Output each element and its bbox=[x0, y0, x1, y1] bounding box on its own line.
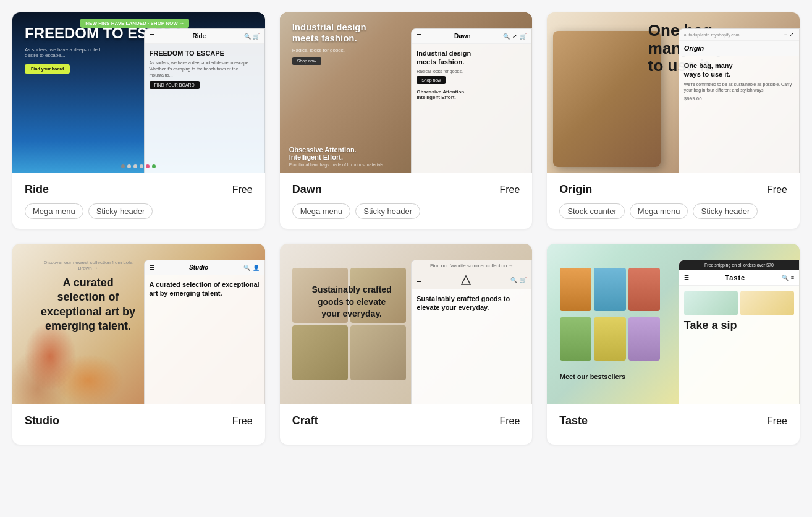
ride-title: Ride bbox=[25, 183, 49, 196]
card-studio-image[interactable]: Discover our newest collection from Lola… bbox=[12, 244, 265, 404]
card-craft-footer: Craft Free bbox=[280, 404, 533, 445]
ride-device-btn: FIND YOUR BOARD bbox=[150, 81, 200, 89]
card-craft-image[interactable]: Sustainably crafted goods to elevate you… bbox=[280, 244, 533, 404]
ride-device-headline: FREEDOM TO ESCAPE bbox=[150, 49, 260, 58]
craft-logo-icon bbox=[461, 275, 471, 285]
taste-product-2 bbox=[594, 268, 625, 311]
taste-product-4 bbox=[560, 317, 591, 361]
svg-marker-0 bbox=[462, 276, 470, 284]
taste-device-content: Take a sip bbox=[679, 286, 799, 337]
craft-product-4 bbox=[350, 325, 406, 380]
origin-tag-stockcounter[interactable]: Stock counter bbox=[559, 203, 625, 219]
taste-menu-icon: ≡ bbox=[791, 275, 794, 281]
card-dawn-image[interactable]: Industrial designmeets fashion. Radical … bbox=[280, 12, 533, 173]
dawn-text-left: Industrial designmeets fashion. Radical … bbox=[292, 22, 406, 65]
taste-device-takeasip: Take a sip bbox=[684, 319, 794, 332]
studio-hamburger-icon: ☰ bbox=[150, 265, 154, 271]
dot-5 bbox=[146, 164, 150, 168]
hamburger-icon: ☰ bbox=[150, 33, 154, 40]
studio-discover-text: Discover our newest collection from Lola… bbox=[38, 260, 138, 271]
dawn-title: Dawn bbox=[292, 183, 322, 196]
taste-device-icons: 🔍 ≡ bbox=[782, 275, 794, 281]
origin-device-nav: Origin bbox=[679, 41, 799, 56]
origin-device-bar-icons: − ⤢ bbox=[784, 32, 794, 38]
origin-device-overlay: autoduplicate.myshopify.com − ⤢ Origin O… bbox=[679, 28, 800, 173]
dawn-tag-stickyheader[interactable]: Sticky header bbox=[355, 203, 420, 219]
taste-product-1 bbox=[560, 268, 591, 311]
ride-title-row: Ride Free bbox=[25, 183, 253, 196]
studio-device-overlay: ☰ Studio 🔍 👤 A curated selection of exce… bbox=[144, 260, 265, 404]
ride-badge: NEW FINS HAVE LANDED · SHOP NOW → bbox=[80, 19, 189, 28]
studio-headline: A curated selection of exceptional art b… bbox=[38, 276, 138, 334]
card-studio[interactable]: Discover our newest collection from Lola… bbox=[12, 244, 265, 445]
taste-device-product-1 bbox=[684, 291, 738, 315]
craft-device-promo-bar: Find our favorite summer collection → bbox=[412, 260, 531, 271]
studio-search-icon: 🔍 bbox=[243, 265, 250, 271]
craft-main-text: Sustainably crafted goods to elevate you… bbox=[310, 284, 394, 320]
taste-price: Free bbox=[767, 416, 787, 427]
theme-grid: FREEDOM TO ESCAPE As surfers, we have a … bbox=[12, 12, 800, 445]
taste-products bbox=[560, 268, 674, 364]
ride-tag-stickyheader[interactable]: Sticky header bbox=[88, 203, 153, 219]
dawn-cart-icon: 🛒 bbox=[520, 33, 527, 40]
ride-price: Free bbox=[232, 184, 253, 195]
taste-hamburger-icon: ☰ bbox=[684, 275, 689, 281]
taste-title-row: Taste Free bbox=[559, 414, 787, 427]
ride-device-nav: ☰ Ride 🔍 🛒 bbox=[145, 29, 264, 44]
origin-expand-icon: ⤢ bbox=[789, 32, 794, 38]
studio-price: Free bbox=[232, 416, 253, 427]
dawn-headline: Industrial designmeets fashion. bbox=[292, 22, 406, 44]
card-taste[interactable]: Meet our bestsellers Free shipping on al… bbox=[547, 244, 800, 445]
origin-device-top-bar: autoduplicate.myshopify.com − ⤢ bbox=[679, 29, 799, 41]
ride-cta: Find your board bbox=[25, 64, 70, 74]
taste-title: Taste bbox=[559, 414, 588, 427]
studio-title-row: Studio Free bbox=[25, 414, 253, 427]
studio-device-nav: ☰ Studio 🔍 👤 bbox=[145, 260, 264, 275]
origin-device-desc: We're committed to be as sustainable as … bbox=[684, 82, 794, 94]
taste-device-products bbox=[684, 291, 794, 315]
dawn-hamburger-icon: ☰ bbox=[417, 33, 421, 40]
ride-tags: Mega menu Sticky header bbox=[25, 203, 253, 219]
dot-3 bbox=[133, 164, 137, 168]
ride-device-content: FREEDOM TO ESCAPE As surfers, we have a … bbox=[145, 44, 264, 94]
taste-product-5 bbox=[594, 317, 625, 361]
dawn-obsessive: Obsessive Attention.Intelligent Effort. … bbox=[289, 146, 406, 167]
origin-tag-megamenu[interactable]: Mega menu bbox=[630, 203, 688, 219]
craft-headline: Sustainably crafted goods to elevate you… bbox=[310, 284, 394, 320]
origin-tag-stickyheader[interactable]: Sticky header bbox=[693, 203, 758, 219]
card-taste-image[interactable]: Meet our bestsellers Free shipping on al… bbox=[547, 244, 800, 404]
origin-bag-shape bbox=[553, 31, 661, 167]
craft-hamburger-icon: ☰ bbox=[417, 277, 421, 283]
dawn-device-headline: Industrial designmeets fashion. bbox=[417, 49, 527, 67]
craft-price: Free bbox=[499, 416, 520, 427]
dawn-search-icon: 🔍 bbox=[503, 33, 510, 40]
card-craft[interactable]: Sustainably crafted goods to elevate you… bbox=[280, 244, 533, 445]
card-origin-image[interactable]: One bag,many waysto use it. autoduplicat… bbox=[547, 12, 800, 173]
card-origin-footer: Origin Free Stock counter Mega menu Stic… bbox=[547, 173, 800, 229]
taste-device-nav: ☰ Taste 🔍 ≡ bbox=[679, 270, 799, 286]
dawn-tags: Mega menu Sticky header bbox=[292, 203, 520, 219]
dot-4 bbox=[140, 164, 143, 168]
craft-logo-area bbox=[461, 275, 471, 285]
dawn-tag-megamenu[interactable]: Mega menu bbox=[292, 203, 351, 219]
ride-tag-megamenu[interactable]: Mega menu bbox=[25, 203, 83, 219]
card-origin[interactable]: One bag,many waysto use it. autoduplicat… bbox=[547, 12, 800, 229]
dot-1 bbox=[121, 164, 125, 168]
card-ride[interactable]: FREEDOM TO ESCAPE As surfers, we have a … bbox=[12, 12, 265, 229]
craft-search-icon: 🔍 bbox=[510, 277, 517, 283]
card-ride-image[interactable]: FREEDOM TO ESCAPE As surfers, we have a … bbox=[12, 12, 265, 173]
dawn-device-overlay: ☰ Dawn 🔍 ⤢ 🛒 Industrial designmeets fash… bbox=[411, 28, 532, 173]
studio-main-text: Discover our newest collection from Lola… bbox=[38, 260, 138, 271]
origin-title: Origin bbox=[559, 183, 592, 196]
dot-2 bbox=[127, 164, 131, 168]
ride-device-desc: As surfers, we have a deep-rooted desire… bbox=[150, 60, 260, 78]
ride-device-overlay: ☰ Ride 🔍 🛒 FREEDOM TO ESCAPE As surfers,… bbox=[144, 28, 265, 173]
dawn-title-row: Dawn Free bbox=[292, 183, 520, 196]
craft-product-3 bbox=[292, 325, 348, 380]
studio-title: Studio bbox=[25, 414, 59, 427]
card-dawn[interactable]: Industrial designmeets fashion. Radical … bbox=[280, 12, 533, 229]
dawn-expand-icon: ⤢ bbox=[512, 33, 517, 40]
craft-device-icons: 🔍 🛒 bbox=[510, 277, 527, 283]
card-dawn-footer: Dawn Free Mega menu Sticky header bbox=[280, 173, 533, 229]
origin-title-row: Origin Free bbox=[559, 183, 787, 196]
